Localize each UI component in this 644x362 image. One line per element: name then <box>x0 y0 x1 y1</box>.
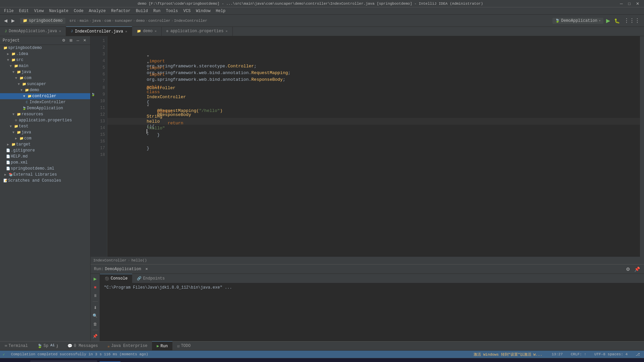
run-rerun-btn[interactable]: ▶ <box>92 276 99 282</box>
forward-button[interactable]: ▶ <box>10 17 16 24</box>
run-close-btn[interactable]: ✕ <box>144 266 149 272</box>
tree-item-pomxml[interactable]: 📄 pom.xml <box>0 160 90 166</box>
controller-folder-icon: 📁 <box>27 94 32 99</box>
taskbar-excel[interactable]: 📊 <box>167 360 178 362</box>
tab-demoapplication[interactable]: J DemoApplication.java ✕ <box>0 26 66 36</box>
run-tab-console[interactable]: ⚫ Console <box>100 274 132 283</box>
tree-item-java[interactable]: ▼ 📁 java <box>0 69 90 75</box>
run-console-output[interactable]: "C:\Program Files\Java\jdk1.8.0_112\bin\… <box>100 283 644 341</box>
taskview-button[interactable]: ⧉ <box>21 361 28 362</box>
run-button[interactable]: ▶ <box>605 17 611 24</box>
tab-demo-close[interactable]: ✕ <box>155 29 157 33</box>
maximize-button[interactable]: □ <box>626 1 633 6</box>
bottom-tab-java-enterprise[interactable]: ☕ Java Enterprise <box>103 341 152 351</box>
taskbar-ie[interactable]: 🌐 <box>133 360 144 362</box>
tree-item-iml[interactable]: 📄 springbootdemo.iml <box>0 166 90 172</box>
menu-file[interactable]: File <box>1 8 16 14</box>
tab-application-properties[interactable]: ⚙ application.properties ✕ <box>162 26 233 36</box>
bottom-tab-messages[interactable]: 💬 0 Messages <box>63 341 103 351</box>
tab-indexcontroller[interactable]: J IndexController.java ✕ <box>66 26 132 36</box>
minimize-button[interactable]: ─ <box>618 1 625 6</box>
taskbar-app1[interactable]: ✂ <box>178 360 187 362</box>
bottom-tab-todo[interactable]: ☑ TODO <box>172 341 195 351</box>
menu-tools[interactable]: Tools <box>163 8 181 14</box>
tree-label-gitignore: .gitignore <box>11 148 35 153</box>
tree-item-test[interactable]: ▼ 📁 test <box>0 123 90 129</box>
run-tab-endpoints[interactable]: 🔗 Endpoints <box>132 274 169 283</box>
tree-item-indexcontroller-file[interactable]: C IndexController <box>0 99 90 105</box>
menu-help[interactable]: Help <box>213 8 228 14</box>
run-pin-btn[interactable]: 📌 <box>633 266 641 273</box>
code-area[interactable]: ▾ import org.springframework.stereotype.… <box>107 36 640 257</box>
back-button[interactable]: ◀ <box>3 17 9 24</box>
tree-item-com[interactable]: ▼ 📁 com <box>0 75 90 81</box>
taskbar-app2[interactable]: 🛡 <box>187 361 197 362</box>
menu-window[interactable]: Window <box>193 8 213 14</box>
bottom-tab-run[interactable]: ▶ Run <box>152 341 172 351</box>
indexcontroller-icon: C <box>24 100 30 105</box>
run-panel-label: Run: DemoApplication ✕ <box>91 266 153 272</box>
run-config-selector[interactable]: 🍃 DemoApplication ▾ <box>552 18 603 24</box>
project-collapse-btn[interactable]: ─ <box>75 38 80 43</box>
menu-analyze[interactable]: Analyze <box>86 8 108 14</box>
tree-item-resources[interactable]: ▼ 📁 resources <box>0 111 90 117</box>
run-filter-btn[interactable]: 🔍 <box>92 313 99 319</box>
bottom-tab-spring[interactable]: 🍃 Spring <box>33 341 63 351</box>
menu-edit[interactable]: Edit <box>16 8 32 14</box>
tree-item-external-libraries[interactable]: ▶ 📚 External Libraries <box>0 172 90 178</box>
close-button[interactable]: ✕ <box>634 1 641 6</box>
tree-item-controller[interactable]: ▼ 📁 controller <box>0 93 90 99</box>
debug-button[interactable]: 🐛 <box>613 17 621 24</box>
menu-view[interactable]: View <box>32 8 47 14</box>
tree-item-suncaper[interactable]: ▼ 📁 suncaper <box>0 81 90 87</box>
tab-props-close[interactable]: ✕ <box>225 29 227 33</box>
taskbar-app4[interactable]: 📱 <box>209 360 220 362</box>
taskbar-firefox[interactable]: 🦊 <box>121 360 132 362</box>
tab-demo[interactable]: 📁 demo ✕ <box>132 26 162 36</box>
tree-item-src[interactable]: ▼ 📁 src <box>0 57 90 63</box>
tab-demoapplication-close[interactable]: ✕ <box>59 29 61 33</box>
run-scroll-btn[interactable]: ⬇ <box>92 304 99 311</box>
taskbar-app5[interactable]: 💻 <box>220 360 231 362</box>
menu-navigate[interactable]: Navigate <box>46 8 71 14</box>
taskbar-search[interactable]: 🔍 外媒翻译美国女主播 <box>30 360 97 362</box>
demoapplication-spring-icon: 🍃 <box>21 106 27 111</box>
run-stop-btn[interactable]: ■ <box>92 284 99 291</box>
tree-item-target[interactable]: ▶ 📁 target <box>0 141 90 147</box>
tree-item-scratches[interactable]: 📝 Scratches and Consoles <box>0 178 90 184</box>
tab-indexcontroller-close[interactable]: ✕ <box>125 29 127 34</box>
tree-label-scratches: Scratches and Consoles <box>8 178 61 183</box>
tree-item-helpmd[interactable]: 📄 HELP.md <box>0 154 90 160</box>
menu-run[interactable]: Run <box>151 8 163 14</box>
run-pin-bottom-btn[interactable]: 📌 <box>92 333 99 339</box>
menu-code[interactable]: Code <box>71 8 86 14</box>
tree-item-test-java[interactable]: ▼ 📁 java <box>0 129 90 135</box>
tree-item-application-properties-file[interactable]: ⚙ application.properties <box>0 117 90 123</box>
taskbar-folder[interactable]: 📁 <box>144 360 155 362</box>
menu-refactor[interactable]: Refactor <box>108 8 133 14</box>
tree-item-springbootdemo[interactable]: 📁 springbootdemo <box>0 45 90 51</box>
tree-item-idea[interactable]: ▶ 📁 .idea <box>0 51 90 57</box>
menu-build[interactable]: Build <box>133 8 151 14</box>
tree-item-gitignore[interactable]: 📄 .gitignore <box>0 147 90 154</box>
project-close-btn[interactable]: ✕ <box>82 38 88 43</box>
project-expand-btn[interactable]: ⊞ <box>68 38 74 43</box>
editor-scrollbar[interactable] <box>640 36 644 257</box>
run-clear-btn[interactable]: 🗑 <box>92 321 99 327</box>
taskbar-intellij[interactable]: 🤖 <box>156 360 166 362</box>
title-controls[interactable]: ─ □ ✕ <box>618 1 641 6</box>
bottom-tab-terminal[interactable]: ⌨ Terminal <box>0 341 33 351</box>
run-settings-btn[interactable]: ⚙ <box>625 266 632 273</box>
search-button[interactable]: 🔍 <box>10 361 20 362</box>
more-tools-button[interactable]: ⋮⋮⋮ <box>623 17 641 24</box>
tree-item-test-com[interactable]: ▶ 📁 com <box>0 135 90 141</box>
menu-vcs[interactable]: VCS <box>181 8 194 14</box>
editor-area[interactable]: 1 2 3 4 5 6 7 8 9 🍃 10 11 12 13 1 <box>91 36 644 257</box>
start-button[interactable]: ⊞ <box>1 360 10 362</box>
tree-item-demo-pkg[interactable]: ▼ 📁 demo <box>0 87 90 93</box>
run-pause-btn[interactable]: ⏸ <box>92 292 99 299</box>
tree-item-demoapplication-file[interactable]: 🍃 DemoApplication <box>0 105 90 111</box>
tree-item-main[interactable]: ▼ 📁 main <box>0 63 90 69</box>
project-settings-btn[interactable]: ⚙ <box>61 38 67 43</box>
taskbar-app3[interactable]: ⭐ <box>198 360 208 362</box>
